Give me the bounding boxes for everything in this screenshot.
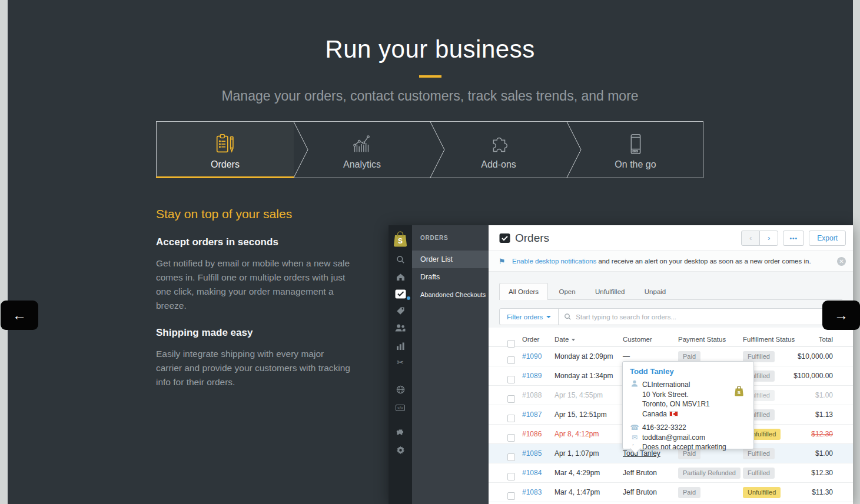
banner-text-rest: and receive an alert on your desktop as … (596, 258, 811, 265)
fulfillment-status-badge: Unfulfilled (743, 487, 781, 498)
enable-notifications-link[interactable]: Enable desktop notifications (512, 258, 596, 265)
home-icon[interactable] (389, 272, 412, 281)
row-checkbox[interactable] (507, 356, 515, 364)
next-page-button[interactable]: › (759, 231, 778, 246)
order-link[interactable]: #1088 (522, 391, 542, 399)
right-arrow-icon: → (834, 307, 848, 323)
fulfillment-status-badge: Fulfilled (743, 468, 775, 479)
banner-close-icon[interactable]: ✕ (837, 257, 846, 266)
table-row[interactable]: #1083 Mar 4, 1:47pm Jeff Bruton Paid Unf… (489, 483, 853, 502)
customer-country: Canada (642, 409, 753, 419)
filter-search-bar: Filter orders (499, 308, 842, 325)
row-checkbox[interactable] (507, 434, 515, 442)
table-header-row: Order Date Customer Payment Status Fulfi… (489, 332, 853, 347)
col-header-customer[interactable]: Customer (623, 332, 652, 347)
sidebar-item-order-list[interactable]: Order List (412, 251, 489, 268)
row-checkbox[interactable] (507, 395, 515, 403)
filter-tab-all-orders[interactable]: All Orders (499, 283, 548, 300)
page-title: Run your business (0, 35, 860, 64)
customer-marketing: Does not accept marketing (642, 443, 726, 451)
tab-label: Analytics (343, 159, 381, 170)
products-tag-icon[interactable] (389, 306, 412, 315)
customer-name-link[interactable]: Todd Tanley (623, 362, 753, 380)
payment-status-badge: Partially Refunded (678, 468, 741, 479)
filter-tab-unfulfilled[interactable]: Unfulfilled (586, 283, 634, 301)
order-link[interactable]: #1085 (522, 449, 542, 458)
previous-page-button[interactable]: ‹ (741, 231, 760, 246)
order-date: Apr 1, 1:07pm (554, 444, 599, 463)
search-icon[interactable] (389, 255, 412, 264)
sidebar-icon-rail: S ✂ (389, 225, 412, 504)
table-row[interactable]: #1084 Mar 4, 4:29pm Jeff Bruton Partiall… (489, 463, 853, 483)
filter-tab-open[interactable]: Open (550, 283, 584, 301)
person-icon (630, 380, 639, 390)
sidebar-item-abandoned-checkouts[interactable]: Abandoned Checkouts (412, 286, 489, 303)
online-store-globe-icon[interactable] (389, 385, 412, 394)
filter-orders-button[interactable]: Filter orders (500, 309, 559, 325)
smartphone-icon (623, 131, 648, 157)
order-total: $11.30 (812, 483, 833, 502)
tab-on-the-go[interactable]: On the go (567, 122, 704, 178)
customer-phone-row: ☎ 416-322-3322 (623, 423, 753, 433)
order-link[interactable]: #1089 (522, 372, 542, 380)
admin-page-title: Orders (515, 232, 549, 245)
hero: Run your business Manage your orders, co… (0, 0, 860, 104)
order-link[interactable]: #1086 (522, 430, 542, 438)
customers-icon[interactable] (389, 323, 412, 332)
page-subtitle: Manage your orders, contact customers, t… (0, 88, 860, 104)
notification-banner: ⚑ Enable desktop notifications and recei… (489, 251, 853, 272)
discounts-scissors-icon[interactable]: ✂ (389, 358, 412, 366)
sidebar-panel: ORDERS Order List Drafts Abandoned Check… (412, 225, 489, 504)
tab-add-ons[interactable]: Add-ons (430, 122, 567, 178)
col-header-order[interactable]: Order (522, 332, 539, 347)
apps-puzzle-icon[interactable] (389, 429, 412, 438)
carousel-next-button[interactable]: → (822, 301, 860, 330)
col-header-total[interactable]: Total (819, 332, 833, 347)
search-wrap (559, 313, 842, 321)
feature-section-body: Easily integrate shipping with every maj… (156, 347, 350, 389)
shopify-logo-icon[interactable]: S (393, 231, 408, 247)
export-button[interactable]: Export (809, 231, 846, 246)
admin-screenshot: S ✂ (389, 225, 853, 504)
tab-orders[interactable]: Orders (157, 122, 294, 178)
order-link[interactable]: #1084 (522, 469, 542, 477)
reports-bar-chart-icon[interactable] (389, 342, 412, 350)
col-header-fulfillment-status[interactable]: Fulfillment Status (743, 332, 795, 347)
order-link[interactable]: #1083 (522, 488, 542, 496)
tab-analytics[interactable]: Analytics (294, 122, 430, 178)
customer-phone: 416-322-3322 (642, 423, 686, 432)
carousel-previous-button[interactable]: ← (1, 301, 38, 330)
code-icon[interactable]: </> (389, 403, 412, 411)
order-total: $12.30 (811, 463, 833, 483)
row-checkbox[interactable] (507, 492, 515, 500)
order-link[interactable]: #1087 (522, 410, 542, 419)
payment-status-badge: Paid (678, 487, 700, 498)
col-header-payment-status[interactable]: Payment Status (678, 332, 726, 347)
filter-orders-label: Filter orders (507, 313, 543, 321)
sidebar-item-drafts[interactable]: Drafts (412, 268, 489, 286)
feature-heading: Stay on top of your sales (156, 207, 350, 221)
col-header-date[interactable]: Date (554, 332, 575, 347)
row-checkbox[interactable] (507, 415, 515, 422)
search-input[interactable] (576, 313, 836, 321)
orders-notification-dot (407, 296, 410, 300)
feature-copy: Stay on top of your sales Accept orders … (156, 207, 350, 403)
order-date: Mar 4, 1:47pm (554, 483, 600, 502)
search-icon (564, 313, 572, 321)
left-arrow-icon: ← (12, 307, 26, 323)
order-link[interactable]: #1090 (522, 352, 542, 361)
filter-tab-unpaid[interactable]: Unpaid (636, 283, 675, 301)
settings-gear-icon[interactable] (389, 446, 412, 455)
orders-clipboard-icon (213, 131, 238, 157)
row-checkbox[interactable] (507, 473, 515, 480)
order-total: $10,000.00 (798, 347, 833, 366)
row-checkbox[interactable] (507, 453, 515, 461)
marketing-flag-icon: ⚑ (630, 442, 639, 452)
flag-icon: ⚑ (499, 251, 506, 272)
order-date: Monday at 1:34pm (554, 366, 613, 386)
order-total: $100,000.00 (793, 366, 833, 386)
order-date: Mar 4, 4:29pm (554, 463, 600, 483)
more-actions-button[interactable]: ••• (783, 231, 804, 246)
row-checkbox[interactable] (507, 376, 515, 383)
customer-marketing-row: ⚑ Does not accept marketing (623, 442, 753, 452)
